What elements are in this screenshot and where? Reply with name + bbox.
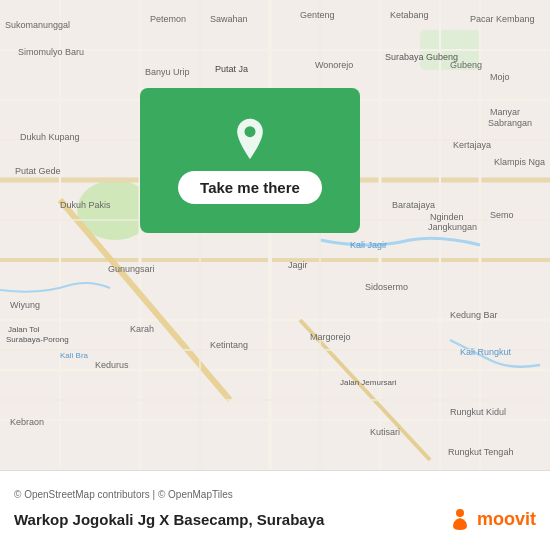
svg-text:Jalan Jemursari: Jalan Jemursari bbox=[340, 378, 397, 387]
map-container: Sukomanunggal Simomulyo Baru Petemon Saw… bbox=[0, 0, 550, 470]
svg-text:Margorejo: Margorejo bbox=[310, 332, 351, 342]
svg-text:Putat Gede: Putat Gede bbox=[15, 166, 61, 176]
svg-text:Gubeng: Gubeng bbox=[450, 60, 482, 70]
svg-text:Jangkungan: Jangkungan bbox=[428, 222, 477, 232]
svg-text:Karah: Karah bbox=[130, 324, 154, 334]
svg-text:Manyar: Manyar bbox=[490, 107, 520, 117]
svg-text:Mojo: Mojo bbox=[490, 72, 510, 82]
svg-point-66 bbox=[245, 126, 256, 137]
svg-text:Wiyung: Wiyung bbox=[10, 300, 40, 310]
location-card: Take me there bbox=[140, 88, 360, 233]
svg-text:Sukomanunggal: Sukomanunggal bbox=[5, 20, 70, 30]
pin-icon bbox=[228, 117, 272, 161]
svg-text:Surabaya-Porong: Surabaya-Porong bbox=[6, 335, 69, 344]
svg-text:Kutisari: Kutisari bbox=[370, 427, 400, 437]
svg-text:Jagir: Jagir bbox=[288, 260, 308, 270]
svg-text:Dukuh Kupang: Dukuh Kupang bbox=[20, 132, 80, 142]
moovit-icon bbox=[447, 506, 473, 532]
svg-text:Jalan Tol: Jalan Tol bbox=[8, 325, 40, 334]
svg-text:Kali Jagir: Kali Jagir bbox=[350, 240, 387, 250]
svg-text:Rungkut Kidul: Rungkut Kidul bbox=[450, 407, 506, 417]
svg-text:Klampis Nga: Klampis Nga bbox=[494, 157, 545, 167]
svg-text:Kedurus: Kedurus bbox=[95, 360, 129, 370]
svg-text:Sidosermo: Sidosermo bbox=[365, 282, 408, 292]
svg-text:Sawahan: Sawahan bbox=[210, 14, 248, 24]
take-me-there-button[interactable]: Take me there bbox=[178, 171, 322, 204]
svg-text:Wonorejo: Wonorejo bbox=[315, 60, 353, 70]
svg-text:Pacar Kembang: Pacar Kembang bbox=[470, 14, 535, 24]
svg-text:Kertajaya: Kertajaya bbox=[453, 140, 491, 150]
svg-text:Genteng: Genteng bbox=[300, 10, 335, 20]
svg-text:Nginden: Nginden bbox=[430, 212, 464, 222]
svg-text:Semo: Semo bbox=[490, 210, 514, 220]
svg-text:Gunungsari: Gunungsari bbox=[108, 264, 155, 274]
svg-text:Simomulyo Baru: Simomulyo Baru bbox=[18, 47, 84, 57]
moovit-brand-text: moovit bbox=[477, 509, 536, 530]
svg-text:Banyu Urip: Banyu Urip bbox=[145, 67, 190, 77]
svg-text:Petemon: Petemon bbox=[150, 14, 186, 24]
place-name: Warkop Jogokali Jg X Basecamp, Surabaya bbox=[14, 511, 324, 528]
bottom-bar: © OpenStreetMap contributors | © OpenMap… bbox=[0, 470, 550, 550]
svg-text:Sabrangan: Sabrangan bbox=[488, 118, 532, 128]
svg-text:Kebraon: Kebraon bbox=[10, 417, 44, 427]
svg-text:Ketabang: Ketabang bbox=[390, 10, 429, 20]
svg-text:Kali Rungkut: Kali Rungkut bbox=[460, 347, 512, 357]
svg-text:Kedung Bar: Kedung Bar bbox=[450, 310, 498, 320]
svg-text:Putat Ja: Putat Ja bbox=[215, 64, 248, 74]
svg-point-67 bbox=[456, 509, 464, 517]
map-roads: Sukomanunggal Simomulyo Baru Petemon Saw… bbox=[0, 0, 550, 470]
svg-text:Surabaya Gubeng: Surabaya Gubeng bbox=[385, 52, 458, 62]
svg-text:Kali Bra: Kali Bra bbox=[60, 351, 89, 360]
map-attribution: © OpenStreetMap contributors | © OpenMap… bbox=[14, 489, 536, 500]
svg-text:Ketintang: Ketintang bbox=[210, 340, 248, 350]
svg-text:Rungkut Tengah: Rungkut Tengah bbox=[448, 447, 513, 457]
svg-text:Dukuh Pakis: Dukuh Pakis bbox=[60, 200, 111, 210]
svg-text:Baratajaya: Baratajaya bbox=[392, 200, 435, 210]
moovit-logo: moovit bbox=[447, 506, 536, 532]
